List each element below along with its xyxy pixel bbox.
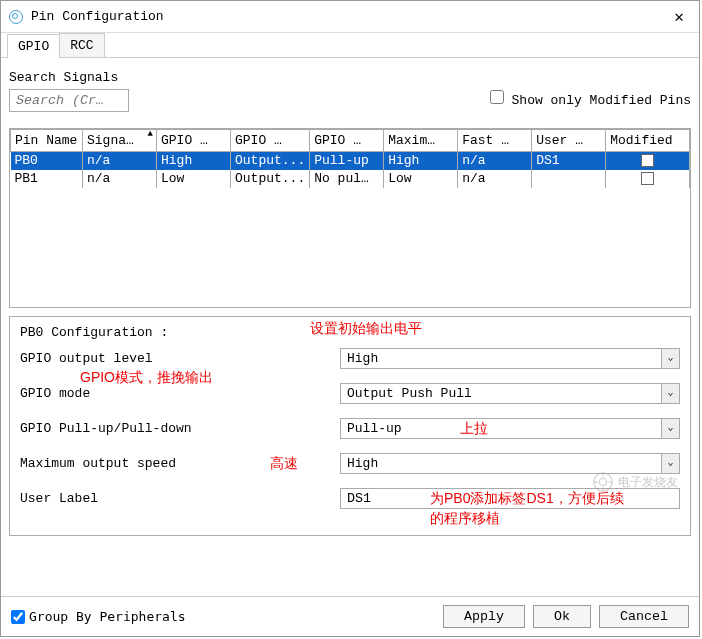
table-row[interactable]: PB1 n/a Low Output... No pul… Low n/a [11, 170, 690, 188]
titlebar: Pin Configuration ✕ [1, 1, 699, 33]
field-speed: Maximum output speed 高速 High ⌄ [20, 453, 680, 474]
col-pin-name[interactable]: Pin Name [11, 130, 83, 152]
watermark-icon [592, 471, 614, 493]
cell-signal: n/a [83, 170, 157, 188]
output-level-value: High [341, 349, 661, 368]
content-area: Search Signals Show only Modified Pins P… [1, 58, 699, 596]
cell-g2: Output... [231, 152, 310, 170]
col-modified[interactable]: Modified [606, 130, 690, 152]
chevron-down-icon: ⌄ [661, 384, 679, 403]
col-gpio1[interactable]: GPIO … [157, 130, 231, 152]
cancel-button[interactable]: Cancel [599, 605, 689, 628]
col-gpio2[interactable]: GPIO … [231, 130, 310, 152]
cell-pin: PB0 [11, 152, 83, 170]
cell-user [532, 170, 606, 188]
col-signal[interactable]: Signa…▲ [83, 130, 157, 152]
watermark-text: 电子发烧友 [618, 474, 678, 491]
annotation-user-label-2: 的程序移植 [430, 510, 500, 528]
chevron-down-icon: ⌄ [661, 349, 679, 368]
apply-button[interactable]: Apply [443, 605, 525, 628]
svg-point-1 [599, 478, 606, 485]
output-level-label: GPIO output level [20, 351, 340, 366]
mode-value: Output Push Pull [341, 384, 661, 403]
pull-dropdown[interactable]: Pull-up ⌄ [340, 418, 680, 439]
checkbox-icon[interactable]: ✓ [641, 154, 654, 167]
cell-user: DS1 [532, 152, 606, 170]
footer: Group By Peripherals Apply Ok Cancel [1, 596, 699, 636]
field-pull: GPIO Pull-up/Pull-down Pull-up ⌄ 上拉 [20, 418, 680, 439]
show-modified-checkbox-label[interactable]: Show only Modified Pins [490, 90, 691, 108]
user-label-label: User Label [20, 491, 340, 506]
annotation-output-level: 设置初始输出电平 [310, 320, 422, 338]
ok-button[interactable]: Ok [533, 605, 591, 628]
col-fast[interactable]: Fast … [458, 130, 532, 152]
checkbox-icon[interactable] [641, 172, 654, 185]
cell-fast: n/a [458, 152, 532, 170]
show-modified-text: Show only Modified Pins [512, 93, 691, 108]
cell-mod[interactable]: ✓ [606, 152, 690, 170]
cell-g1: Low [157, 170, 231, 188]
pin-table: Pin Name Signa…▲ GPIO … GPIO … GPIO … Ma… [9, 128, 691, 308]
col-maxim[interactable]: Maxim… [384, 130, 458, 152]
field-mode: GPIO mode Output Push Pull ⌄ [20, 383, 680, 404]
config-panel: PB0 Configuration : 设置初始输出电平 GPIO output… [9, 316, 691, 536]
search-section: Search Signals Show only Modified Pins [9, 70, 691, 112]
tab-rcc[interactable]: RCC [59, 33, 104, 57]
show-modified-checkbox[interactable] [490, 90, 504, 104]
col-user[interactable]: User … [532, 130, 606, 152]
app-icon [9, 10, 23, 24]
window-title: Pin Configuration [31, 9, 667, 24]
cell-g2: Output... [231, 170, 310, 188]
search-input[interactable] [9, 89, 129, 112]
cell-pin: PB1 [11, 170, 83, 188]
cell-g3: No pul… [310, 170, 384, 188]
chevron-down-icon: ⌄ [661, 419, 679, 438]
cell-g1: High [157, 152, 231, 170]
cell-g3: Pull-up [310, 152, 384, 170]
tab-gpio[interactable]: GPIO [7, 34, 60, 58]
group-by-peripherals-text: Group By Peripherals [29, 609, 186, 624]
cell-mod[interactable] [606, 170, 690, 188]
pull-label: GPIO Pull-up/Pull-down [20, 421, 340, 436]
field-output-level: GPIO output level High ⌄ [20, 348, 680, 369]
cell-signal: n/a [83, 152, 157, 170]
annotation-speed: 高速 [270, 455, 298, 473]
tab-bar: GPIO RCC [1, 33, 699, 58]
output-level-dropdown[interactable]: High ⌄ [340, 348, 680, 369]
search-label: Search Signals [9, 70, 691, 85]
table-header-row: Pin Name Signa…▲ GPIO … GPIO … GPIO … Ma… [11, 130, 690, 152]
close-icon[interactable]: ✕ [667, 7, 691, 26]
group-by-peripherals-checkbox[interactable] [11, 610, 25, 624]
pull-value: Pull-up [341, 419, 661, 438]
watermark: 电子发烧友 [592, 471, 678, 493]
col-gpio3[interactable]: GPIO … [310, 130, 384, 152]
mode-dropdown[interactable]: Output Push Pull ⌄ [340, 383, 680, 404]
annotation-pull: 上拉 [460, 420, 488, 438]
cell-fast: n/a [458, 170, 532, 188]
mode-label: GPIO mode [20, 386, 340, 401]
window: Pin Configuration ✕ GPIO RCC Search Sign… [0, 0, 700, 637]
group-by-peripherals-label[interactable]: Group By Peripherals [11, 609, 435, 624]
field-user-label: User Label 为PB0添加标签DS1，方便后续 的程序移植 [20, 488, 680, 509]
sort-icon: ▲ [148, 129, 153, 139]
cell-max: High [384, 152, 458, 170]
table-row[interactable]: PB0 n/a High Output... Pull-up High n/a … [11, 152, 690, 170]
cell-max: Low [384, 170, 458, 188]
